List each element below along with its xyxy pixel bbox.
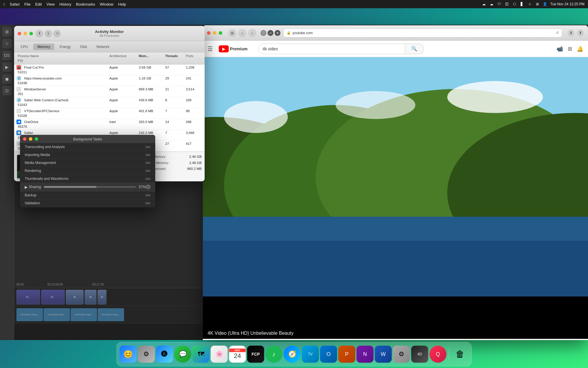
clip-3[interactable]: M — [66, 290, 83, 304]
apple-menu[interactable]:  — [4, 2, 5, 6]
bg-maximize-button[interactable] — [35, 137, 38, 141]
clip-5[interactable]: M — [98, 290, 106, 304]
am-tab-cpu[interactable]: CPU — [16, 44, 32, 50]
yt-notif-icon[interactable]: 🔔 — [577, 46, 583, 52]
am-tab-network[interactable]: Network — [92, 44, 113, 50]
am-action-btn[interactable]: ↺ — [54, 30, 61, 37]
control-center-icon[interactable]: ⊞ — [535, 2, 540, 6]
am-info-btn[interactable]: ℹ — [45, 30, 52, 37]
yt-search-button[interactable]: 🔍 — [405, 44, 424, 54]
dock-item-qlone[interactable]: Q — [430, 346, 447, 363]
process-mem: 242.2 MB — [138, 130, 164, 135]
dock-item-finder[interactable]: 😊 — [120, 346, 137, 363]
menubar-app-name[interactable]: Safari — [10, 2, 20, 6]
dock-item-powerpoint[interactable]: P — [338, 346, 355, 363]
menubar-help[interactable]: Help — [118, 2, 126, 6]
dock-item-sysprefs[interactable]: ⚙ — [393, 346, 410, 363]
fcp-sidebar-icon-2[interactable]: ⊹ — [2, 39, 12, 48]
am-close-button[interactable] — [18, 32, 21, 35]
am-tab-disk[interactable]: Disk — [76, 44, 91, 50]
fcp-sidebar-icon-5[interactable]: ◼ — [2, 74, 12, 84]
yt-apps-icon[interactable]: ⊞ — [568, 46, 572, 52]
safari-addressbar[interactable]: 🔒 youtube.com ↺ — [283, 29, 562, 37]
menubar-window[interactable]: Window — [100, 2, 113, 6]
dock-item-launchpad[interactable]: ⚙ — [138, 346, 155, 363]
menubar-view[interactable]: View — [46, 2, 55, 6]
table-row[interactable]: VTDecoderXPCService Apple 401.8 MB 7 98 … — [14, 108, 205, 119]
dock-item-spotify[interactable]: ♪ — [265, 346, 283, 363]
audio-clip-4[interactable]: Inevitable Hope... — [98, 308, 124, 321]
user-icon[interactable]: 👤 — [543, 2, 547, 6]
fcp-sidebar-icon-3[interactable]: OS — [2, 51, 12, 60]
bg-close-button[interactable] — [23, 137, 26, 141]
battery-menubar[interactable]: ▋ — [520, 2, 524, 6]
audio-clip-1[interactable]: Inevitable Hope... — [16, 308, 43, 321]
table-row[interactable]: ☁️ OneDrive Intel 263.5 MB 14 288 48379 — [14, 119, 205, 130]
am-search-processes-btn[interactable]: ⬇ — [36, 30, 43, 37]
dock-item-cinema4d[interactable]: 4D — [411, 346, 428, 363]
am-tab-memory[interactable]: Memory — [33, 44, 54, 50]
dock-item-outlook[interactable]: O — [320, 346, 337, 363]
youtube-video-frame[interactable] — [203, 57, 588, 296]
download-icon[interactable]: ⬇ — [567, 29, 574, 37]
dock-item-messages[interactable]: 💬 — [174, 346, 191, 363]
share-icon[interactable]: ⬆ — [577, 29, 584, 37]
table-row[interactable]: WindowServer Apple 869.3 MB 21 3,514 351 — [14, 86, 205, 97]
menubar-edit[interactable]: Edit — [35, 2, 42, 6]
dock-item-onenote[interactable]: N — [357, 346, 374, 363]
safari-sidebar-btn[interactable]: ⊞ — [228, 29, 236, 37]
dock-item-photos[interactable]: 🌸 — [211, 346, 228, 363]
clip-2[interactable]: M... — [41, 290, 65, 304]
audio-clip-2[interactable]: Inevitable Hope... — [44, 308, 70, 321]
process-name: OneDrive — [23, 120, 40, 124]
sharing-cancel-btn[interactable]: ✕ — [146, 185, 151, 189]
reload-icon[interactable]: ↺ — [556, 31, 559, 35]
safari-back-btn[interactable]: ‹ — [238, 29, 246, 37]
dock-item-safari[interactable]: 🧭 — [284, 346, 301, 363]
safari-forward-btn[interactable]: › — [248, 29, 256, 37]
fcp-sidebar-icon-4[interactable]: ▶ — [2, 62, 12, 72]
dock-item-trash[interactable]: 🗑 — [452, 346, 469, 363]
safari-close-button[interactable] — [207, 31, 211, 35]
col-mem[interactable]: Mem... — [138, 54, 164, 58]
cloud-icon[interactable]: ☁ — [482, 2, 486, 6]
process-ports: 1,208 — [185, 65, 202, 70]
safari-url[interactable]: youtube.com — [293, 31, 313, 35]
menubar-bookmarks[interactable]: Bookmarks — [76, 2, 95, 6]
yt-menu-icon[interactable]: ☰ — [208, 45, 213, 52]
dock-item-fcp[interactable]: FCP — [247, 346, 264, 363]
lastpass-icon[interactable]: ⬡ — [512, 2, 517, 6]
clip-4[interactable]: M — [85, 290, 96, 304]
yt-searchbar[interactable]: 4k video — [258, 44, 405, 54]
wifi-icon[interactable]: ⊹ — [527, 2, 532, 6]
shield-icon-2[interactable]: ⚔ — [268, 30, 273, 36]
am-minimize-button[interactable] — [24, 32, 27, 35]
shield-icon-3[interactable]: ⊕ — [275, 30, 280, 36]
dock-item-teamviewer[interactable]: TV — [302, 346, 319, 363]
am-maximize-button[interactable] — [29, 32, 33, 35]
am-tab-energy[interactable]: Energy — [56, 44, 75, 50]
shield-icon-1[interactable]: ⓘ — [260, 30, 266, 36]
dock-item-calendar[interactable]: NOV24 — [229, 346, 246, 363]
bitwarden-icon[interactable]: ⚿ — [505, 2, 509, 6]
table-row[interactable]: 🌐 https://www.youtube.com Apple 1.16 GB … — [14, 75, 205, 86]
onedrive-icon[interactable]: ☁ — [489, 2, 494, 6]
adguard-icon[interactable]: 🛡 — [497, 2, 502, 6]
table-row[interactable]: 🎬 Final Cut Pro Apple 3.58 GB 57 1,208 5… — [14, 64, 205, 75]
menubar-history[interactable]: History — [59, 2, 71, 6]
safari-minimize-button[interactable] — [213, 31, 216, 35]
table-row[interactable]: 🌐 Safari Web Content (Cached) Apple 439.… — [14, 97, 205, 108]
fcp-sidebar-icon-1[interactable]: ⊞ — [2, 27, 12, 37]
bg-minimize-button[interactable] — [29, 137, 32, 141]
yt-video-icon[interactable]: 📹 — [557, 46, 563, 52]
safari-maximize-button[interactable] — [219, 31, 222, 35]
menubar-left:  Safari File Edit View History Bookmark… — [4, 2, 126, 6]
fcp-sidebar-icon-6[interactable]: ⊡ — [2, 86, 12, 95]
dock-item-appstore[interactable]: 🅐 — [156, 346, 173, 363]
audio-clip-3[interactable]: Inevitable Hope... — [71, 308, 97, 321]
clip-1[interactable]: M... — [16, 290, 40, 304]
menubar-file[interactable]: File — [24, 2, 31, 6]
col-threads[interactable]: Threads — [164, 54, 185, 58]
dock-item-word[interactable]: W — [375, 346, 392, 363]
dock-item-maps[interactable]: 🗺 — [193, 346, 210, 363]
